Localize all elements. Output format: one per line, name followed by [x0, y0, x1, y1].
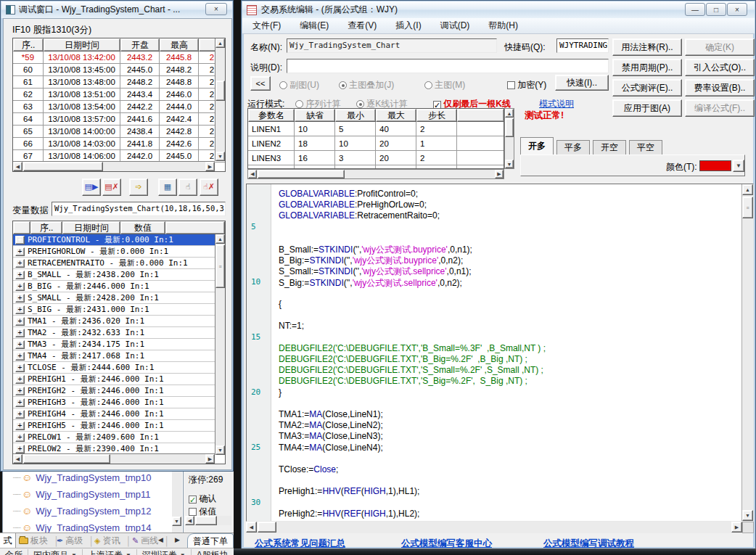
usage-note-button[interactable]: 用法注释(R)..	[612, 38, 682, 56]
price-col-header[interactable]: 日期时间	[44, 38, 120, 52]
scroll-thumb[interactable]	[195, 516, 217, 525]
scroll-up-icon[interactable]: ▲	[215, 38, 225, 48]
param-hscrollbar[interactable]: ◀ ▶	[247, 169, 504, 179]
code-line[interactable]: TClose:=Close;	[279, 464, 338, 474]
clear-log-icon[interactable]: ▤✗	[102, 178, 121, 196]
menu-debug[interactable]: 调试(D)	[440, 20, 470, 32]
code-line[interactable]: DEBUGFILE2('C:\DEBUGFILE.TXT','B_Big=%.2…	[279, 354, 527, 364]
code-line[interactable]: PreHigh2:=HHV(REF(HIGH,1),HL2);	[279, 509, 419, 519]
fee-settings-button[interactable]: 费率设置(B)..	[685, 79, 755, 96]
minimize-button[interactable]: —	[685, 3, 705, 16]
variable-row[interactable]: +TMA3 - 最新:2434.175 In:1	[13, 339, 215, 350]
scroll-up-icon[interactable]: ▲	[742, 184, 753, 195]
apply-to-chart-button[interactable]: 应用于图(A)	[612, 99, 682, 117]
continue-icon[interactable]: ➩	[129, 178, 148, 196]
variable-col-header[interactable]	[13, 221, 30, 234]
scroll-left-icon[interactable]: ◀	[13, 454, 22, 464]
variable-table[interactable]: 序..日期时间数值 +PROFITCONTROL - 最新:0.000 In:1…	[12, 221, 226, 464]
hedge-checkbox[interactable]	[189, 508, 197, 516]
scroll-down-icon[interactable]: ▼	[505, 160, 514, 168]
encrypt-checkbox-row[interactable]: 加密(Y)	[507, 79, 546, 91]
scroll-thumb[interactable]	[505, 118, 514, 137]
restore-button[interactable]: □	[706, 3, 726, 16]
variable-hscrollbar[interactable]: ◀ ▶	[13, 453, 215, 464]
code-line[interactable]: TMA1:=MA(Close,LineN1);	[279, 409, 383, 419]
variable-row[interactable]: +TCLOSE - 最新:2444.600 In:1	[13, 362, 215, 374]
expand-icon[interactable]: +	[15, 375, 25, 384]
encrypt-checkbox[interactable]	[507, 81, 515, 89]
market-item-金所[interactable]: 金所	[0, 549, 28, 555]
close-button[interactable]: ×	[727, 3, 747, 16]
scroll-up-icon[interactable]: ▲	[505, 109, 514, 118]
tab-scroll-right-icon[interactable]: ▶	[175, 536, 180, 543]
scroll-thumb[interactable]	[23, 162, 103, 171]
disable-period-button[interactable]: 禁用周期(P)..	[612, 59, 682, 76]
scroll-thumb[interactable]	[258, 522, 276, 533]
expand-icon[interactable]: +	[15, 282, 25, 291]
expand-icon[interactable]: +	[15, 340, 25, 349]
expand-icon[interactable]: +	[15, 398, 25, 407]
menu-edit[interactable]: 编辑(E)	[300, 20, 329, 32]
radio-subchart[interactable]: 副图(U)	[279, 79, 319, 91]
expand-icon[interactable]: +	[15, 363, 25, 372]
scroll-left-icon[interactable]: ◀	[185, 516, 194, 525]
signal-tab-平空[interactable]: 平空	[629, 140, 662, 155]
scroll-up-icon[interactable]: ▲	[215, 234, 225, 244]
expand-icon[interactable]: +	[15, 236, 25, 244]
tab-normal-order[interactable]: 普通下单	[187, 533, 234, 548]
param-col-header[interactable]: 参数名	[248, 109, 295, 122]
close-icon[interactable]: ×	[205, 3, 227, 15]
order-panel-hscrollbar[interactable]: ◀	[185, 516, 231, 525]
variable-col-header[interactable]: 序..	[30, 221, 62, 234]
scroll-thumb[interactable]	[215, 81, 225, 101]
price-table-row[interactable]: 6613/10/08 14:03:002441.82442.62	[13, 138, 225, 150]
variable-row[interactable]: +PREHIGH4 - 最新:2446.000 In:1	[13, 408, 215, 420]
scroll-down-icon[interactable]: ▼	[215, 445, 225, 455]
name-field[interactable]: Wjy_TradingSystem_Chart	[287, 38, 497, 53]
variable-col-header[interactable]	[165, 221, 225, 234]
variable-row[interactable]: +PROFITCONTROL - 最新:0.000 In:1	[13, 234, 215, 246]
expand-icon[interactable]: +	[15, 422, 25, 430]
variable-row[interactable]: +PREHIGH1 - 最新:2446.000 In:1	[13, 374, 215, 385]
price-col-header[interactable]: 序..	[13, 38, 44, 52]
variable-row[interactable]: +TMA4 - 最新:2417.068 In:1	[13, 350, 215, 362]
confirm-checkbox-row[interactable]: ✓ 确认	[189, 493, 216, 505]
price-table-row[interactable]: 6313/10/08 13:54:002442.22444.02	[13, 101, 225, 113]
editor-hscrollbar[interactable]: ◀ ▶	[246, 522, 742, 533]
scroll-right-icon[interactable]: ▶	[205, 454, 215, 464]
price-col-header[interactable]: 最高	[160, 38, 199, 52]
tree-vscrollbar[interactable]: ▼	[172, 468, 182, 536]
tab-scroll-left-icon[interactable]: ◀	[158, 536, 163, 543]
formula-tree-item[interactable]: ┈┈☺Wjy_TradingSystem_tmp10	[13, 469, 152, 485]
expand-icon[interactable]: +	[15, 294, 25, 303]
param-col-header[interactable]: 最大	[376, 109, 416, 122]
expand-icon[interactable]: +	[15, 445, 25, 453]
param-col-header[interactable]: 缺省	[295, 109, 335, 122]
scroll-thumb[interactable]: ≡	[742, 197, 753, 218]
variable-col-header[interactable]: 数值	[120, 221, 165, 234]
signal-tab-开多[interactable]: 开多	[520, 137, 554, 155]
expand-icon[interactable]: +	[15, 387, 25, 395]
scroll-left-icon[interactable]: ◀	[248, 170, 257, 178]
code-line[interactable]: }	[279, 387, 282, 398]
price-table-row[interactable]: 6213/10/08 13:51:002443.42446.02	[13, 89, 225, 101]
market-item-A股板块[interactable]: A股板块	[192, 549, 234, 555]
code-line[interactable]: DEBUGFILE2('C:\DEBUGFILE.TXT','S_Big=%.2…	[279, 376, 527, 386]
variable-row[interactable]: +PREHIGH3 - 最新:2446.000 In:1	[13, 397, 215, 408]
variable-formula-field[interactable]: Wjy_TradingSystem_Chart(10,18,16,50,3,	[52, 202, 226, 216]
variable-row[interactable]: +PREHIGH2 - 最新:2446.000 In:1	[13, 385, 215, 397]
code-line[interactable]: TMA3:=MA(Close,LineN3);	[279, 431, 383, 441]
code-line[interactable]: TMA2:=MA(Close,LineN2);	[279, 420, 383, 430]
code-line[interactable]: {	[279, 299, 282, 309]
expand-icon[interactable]: +	[15, 433, 25, 442]
variable-row[interactable]: +B_BIG - 最新:2446.000 In:1	[13, 281, 215, 292]
run-log-icon[interactable]: ▤▶	[82, 178, 101, 196]
scroll-thumb[interactable]	[23, 454, 110, 464]
variable-row[interactable]: +TMA1 - 最新:2436.020 In:1	[13, 316, 215, 327]
expand-icon[interactable]: +	[15, 271, 25, 279]
expand-icon[interactable]: +	[15, 305, 25, 314]
variable-row[interactable]: +TMA2 - 最新:2432.633 In:1	[13, 327, 215, 339]
variable-row[interactable]: +B_SMALL - 最新:2438.200 In:1	[13, 269, 215, 281]
variable-row[interactable]: +S_SMALL - 最新:2428.200 In:1	[13, 292, 215, 304]
price-data-table[interactable]: 序..日期时间开盘最高*5913/10/08 13:42:002443.2244…	[12, 38, 226, 172]
